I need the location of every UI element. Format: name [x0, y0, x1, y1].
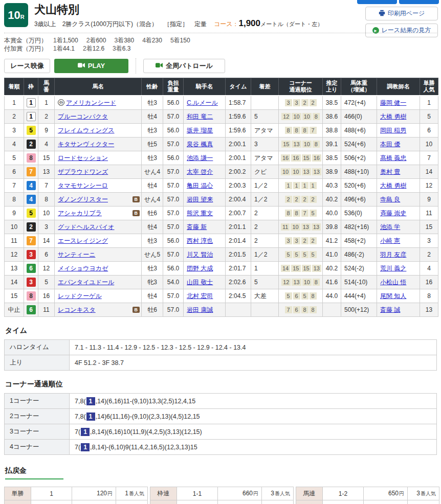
sex-age: 牡4	[142, 289, 163, 303]
trainer-link[interactable]: 髙橋 義忠	[380, 154, 406, 162]
horse-name-link[interactable]: ブルーコンパクタ	[58, 113, 108, 120]
trainer-cell: 大橋 勇樹	[377, 179, 420, 193]
trainer-cell: 池添 学	[377, 220, 420, 234]
payout-favorite: 3番人気	[408, 487, 439, 500]
horse-name-link[interactable]: グッドヘルスバイオ	[58, 223, 115, 231]
jockey-link[interactable]: 岩田 望来	[187, 196, 213, 203]
horse-name-link[interactable]: レコンキスタ	[58, 306, 96, 313]
jockey-link[interactable]: C.ルメール	[187, 99, 218, 106]
corner-position: 1	[285, 182, 292, 189]
jockey-link[interactable]: 岩田 康誠	[187, 306, 213, 313]
divider-dotted	[136, 58, 136, 74]
corner-position: 16	[291, 154, 300, 162]
trainer-link[interactable]: 大橋 勇樹	[380, 113, 406, 120]
trainer-cell: 斎藤 誠	[377, 303, 420, 317]
corner-order-cell: 14151513	[279, 262, 323, 276]
result-row: 9510アシャカリブラB牡657.0熊沢 重文2:00.72887540.053…	[5, 207, 438, 220]
waku-cell: 6	[24, 303, 38, 317]
trainer-link[interactable]: 大橋 勇樹	[380, 182, 406, 189]
margin: 2	[251, 207, 279, 220]
horse-name-link[interactable]: エースレイジング	[58, 237, 108, 244]
payout-combination: 1-2	[323, 500, 364, 504]
horse-name-link[interactable]: エバンタイユドール	[58, 279, 114, 286]
load-weight: 57.0	[163, 220, 184, 234]
patrol-video-button[interactable]: 全周パトロール	[143, 59, 225, 73]
trainer-link[interactable]: 小崎 憲	[380, 237, 400, 244]
play-button[interactable]: PLAY	[54, 59, 128, 73]
jockey-link[interactable]: 太宰 啓介	[187, 168, 213, 175]
margin	[251, 303, 279, 317]
trainer-link[interactable]: 藤岡 健一	[380, 99, 406, 106]
payout-amount: 790円	[364, 500, 408, 504]
trainer-link[interactable]: 小桧山 悟	[380, 279, 406, 286]
trainer-link[interactable]: 羽月 友彦	[380, 251, 406, 258]
finish-time: 1:58.7	[226, 96, 251, 110]
trainer-link[interactable]: 岡田 稲男	[380, 127, 406, 134]
horse-name-link[interactable]: レッドクーゲル	[58, 292, 102, 300]
payout-combination: 1-2	[177, 500, 218, 504]
last-3f: 38.9	[323, 165, 341, 179]
corner-position: 8	[285, 210, 292, 217]
trainer-link[interactable]: 本田 優	[380, 141, 400, 148]
trainer-link[interactable]: 寺島 良	[380, 196, 400, 203]
trainer-link[interactable]: 荒川 義之	[380, 265, 406, 272]
trainer-link[interactable]: 池添 学	[380, 223, 400, 231]
trainer-cell: 寺島 良	[377, 193, 420, 207]
jockey-cell: 熊沢 重文	[184, 207, 226, 220]
load-weight: 56.0	[163, 234, 184, 248]
horse-name-link[interactable]: アメリカンシード	[66, 99, 116, 106]
horse-name-cell: ブルーコンパクタ	[55, 110, 142, 124]
jockey-link[interactable]: 斎藤 新	[187, 223, 207, 231]
column-header: 着順	[5, 78, 24, 96]
jockey-link[interactable]: 団野 大成	[187, 265, 213, 272]
horse-number: 12	[38, 262, 55, 276]
video-camera-icon	[156, 62, 163, 70]
race-title: 犬山特別	[34, 3, 323, 16]
horse-name-link[interactable]: ダノングリスター	[58, 196, 108, 203]
margin: 1	[251, 262, 279, 276]
jockey-cell: C.ルメール	[184, 96, 226, 110]
horse-name-link[interactable]: フレイムウィングス	[58, 127, 115, 134]
corner-order-cell: 11101313	[279, 220, 323, 234]
horse-name-link[interactable]: メイショウヨカゼ	[58, 265, 108, 272]
trainer-link[interactable]: 斉藤 崇史	[380, 210, 406, 217]
finish-time: 1:59.6	[226, 124, 251, 138]
horse-name-link[interactable]: ロードセッション	[58, 154, 108, 162]
jockey-link[interactable]: 西村 淳也	[187, 237, 213, 244]
horse-name-link[interactable]: サンティーニ	[58, 251, 95, 258]
corner-position: 10	[302, 141, 312, 148]
jockey-link[interactable]: 北村 宏司	[187, 292, 213, 300]
corner-position: 13	[312, 265, 321, 272]
trainer-link[interactable]: 斎藤 誠	[380, 306, 400, 313]
corner-position: 10	[291, 168, 300, 175]
waku-badge: 2	[27, 222, 36, 232]
horse-name-link[interactable]: タマモサンシーロ	[58, 182, 108, 189]
trainer-link[interactable]: 尾関 知人	[380, 292, 406, 300]
trainer-link[interactable]: 奥村 豊	[380, 168, 400, 175]
waku-cell: 2	[24, 138, 38, 151]
jockey-link[interactable]: 泉谷 楓真	[187, 141, 213, 148]
corner-position: 6	[293, 292, 300, 300]
jockey-link[interactable]: 川又 賢治	[187, 251, 213, 258]
prize-value: 600	[96, 37, 106, 44]
corner-position: 10	[281, 168, 290, 175]
horse-name-link[interactable]: キタサンヴィクター	[58, 141, 114, 148]
jockey-link[interactable]: 池添 謙一	[187, 154, 213, 162]
payout-favorite: 2番人気	[262, 500, 294, 504]
horse-name-link[interactable]: ザプラウドワンズ	[58, 168, 108, 175]
jockey-link[interactable]: 山田 敬士	[187, 279, 213, 286]
margin: 5	[251, 276, 279, 289]
jockey-link[interactable]: 坂井 瑠星	[187, 127, 213, 134]
win-favorite-rank: 16	[420, 276, 438, 289]
jockey-link[interactable]: 亀田 温心	[187, 182, 213, 189]
corner-row: 2コーナー7,8(1,14)6(11,16)-(9,10)(2,3,13)(4,…	[5, 409, 437, 424]
jockey-link[interactable]: 熊沢 重文	[187, 210, 213, 217]
horse-number: 6	[38, 248, 55, 262]
favorite-suffix: 番人気	[129, 491, 144, 496]
horse-name-link[interactable]: アシャカリブラ	[58, 210, 102, 217]
payout-amount: 650円	[364, 487, 408, 500]
last-3f: 41.0	[323, 248, 341, 262]
jockey-link[interactable]: 和田 竜二	[187, 113, 213, 120]
course-distance: 1,900	[238, 18, 260, 28]
finish-position: 13	[5, 262, 24, 276]
